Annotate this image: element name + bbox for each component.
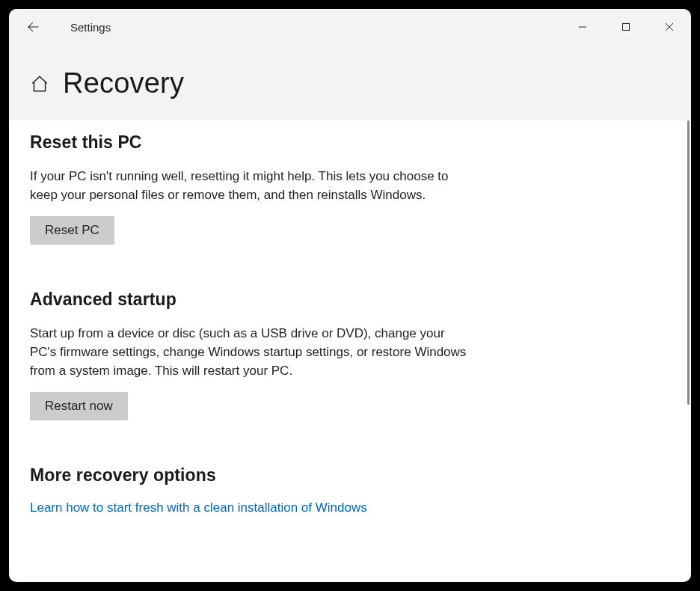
- minimize-icon: [578, 22, 587, 31]
- close-icon: [665, 22, 674, 31]
- advanced-body: Start up from a device or disc (such as …: [30, 325, 467, 380]
- section-reset-this-pc: Reset this PC If your PC isn't running w…: [30, 132, 467, 245]
- settings-window: Settings Recovery Rese: [9, 9, 691, 582]
- advanced-heading: Advanced startup: [30, 290, 467, 310]
- section-advanced-startup: Advanced startup Start up from a device …: [30, 290, 467, 420]
- window-title: Settings: [70, 21, 111, 34]
- page-header: Recovery: [9, 45, 691, 120]
- page-title: Recovery: [63, 67, 184, 99]
- content: Reset this PC If your PC isn't running w…: [9, 120, 488, 551]
- reset-pc-button[interactable]: Reset PC: [30, 216, 114, 245]
- close-button[interactable]: [648, 9, 691, 45]
- home-icon[interactable]: [30, 74, 49, 94]
- minimize-button[interactable]: [561, 9, 604, 45]
- maximize-icon: [621, 22, 630, 31]
- learn-fresh-install-link[interactable]: Learn how to start fresh with a clean in…: [30, 500, 367, 515]
- maximize-button[interactable]: [604, 9, 648, 45]
- back-button[interactable]: [15, 9, 51, 45]
- svg-rect-1: [623, 24, 630, 31]
- reset-body: If your PC isn't running well, resetting…: [30, 168, 467, 204]
- titlebar: Settings: [9, 9, 691, 45]
- reset-heading: Reset this PC: [30, 132, 467, 153]
- restart-now-button[interactable]: Restart now: [30, 392, 128, 420]
- back-arrow-icon: [26, 20, 40, 34]
- section-more-recovery-options: More recovery options Learn how to start…: [30, 465, 467, 515]
- content-scroll[interactable]: Reset this PC If your PC isn't running w…: [9, 120, 691, 582]
- window-controls: [561, 9, 691, 45]
- scrollbar-thumb[interactable]: [687, 120, 690, 405]
- more-heading: More recovery options: [30, 465, 467, 486]
